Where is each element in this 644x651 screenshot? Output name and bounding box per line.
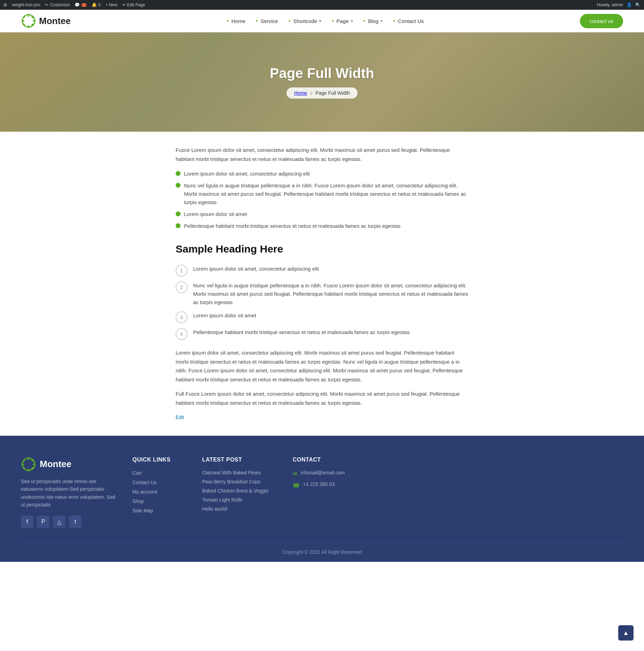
- site-name-link[interactable]: weight-loss-pro: [12, 2, 40, 7]
- bullet-dot-1: [176, 171, 181, 176]
- edit-page-link[interactable]: ✏ Edit Page: [122, 2, 145, 7]
- list-item: Nunc vel ligula in augue tristique pelle…: [176, 181, 468, 207]
- latest-post-5[interactable]: Hello world!: [202, 506, 279, 512]
- footer-description: Sed ut perspiciatis unde omnis iste natu…: [21, 478, 118, 509]
- instagram-icon[interactable]: △: [53, 516, 66, 528]
- section-heading: Sample Heading Here: [176, 240, 468, 258]
- wp-logo[interactable]: ⊞: [3, 2, 7, 7]
- footer-link-shop[interactable]: Shop: [132, 498, 144, 504]
- list-item: 4 Pellentesque habitant morbi tristique …: [176, 328, 468, 340]
- nav-shortcode[interactable]: Shortcode ▾: [284, 15, 325, 27]
- edit-link[interactable]: Edit: [176, 414, 184, 420]
- bullet-list: Lorem ipsum dolor sit amet, consectetur …: [176, 170, 468, 230]
- nav-home[interactable]: Home: [223, 15, 250, 27]
- footer-link-cart[interactable]: Cart: [132, 470, 141, 476]
- footer-link-account[interactable]: My account: [132, 489, 158, 495]
- svg-rect-11: [28, 468, 29, 471]
- list-item: 3 Lorem ipsum dolor sit amet: [176, 311, 468, 323]
- bullet-dot-4: [176, 223, 181, 228]
- contact-email: infomail@email.com: [301, 470, 345, 475]
- admin-bar-left: ⊞ weight-loss-pro ✏ Customize 💬 2 🔔 0 + …: [3, 2, 145, 7]
- latest-post-1[interactable]: Oatmeal With Baked Pears: [202, 470, 279, 475]
- body-paragraph-2: Full Fusce Lorem ipsum dolor sit amet, c…: [176, 389, 468, 407]
- list-item: 2 Nunc vel ligula in augue tristique pel…: [176, 281, 468, 307]
- nav-contact[interactable]: Contact Us: [389, 15, 428, 27]
- list-item: Pellentesque habitant morbi tristique se…: [176, 222, 468, 230]
- latest-post-3[interactable]: Baked Chicken Brest & Veggis: [202, 488, 279, 494]
- contact-title: CONTACT: [293, 457, 369, 463]
- svg-rect-1: [28, 14, 29, 17]
- search-icon[interactable]: 🔍: [635, 2, 641, 7]
- num-badge-4: 4: [176, 328, 187, 340]
- num-badge-2: 2: [176, 281, 187, 293]
- bullet-dot-2: [176, 183, 181, 188]
- twitter-icon[interactable]: t: [69, 516, 82, 528]
- num-badge-3: 3: [176, 311, 187, 323]
- facebook-icon[interactable]: f: [21, 516, 33, 528]
- contact-info-list: ✉ infomail@email.com ☎ +1 225 365 03: [293, 470, 369, 489]
- latest-post-4[interactable]: Tomato Light Rolls: [202, 497, 279, 503]
- footer-top: Montee Sed ut perspiciatis unde omnis is…: [21, 457, 623, 542]
- list-item: Lorem ipsum dolor sit amet, consectetur …: [176, 170, 468, 178]
- hero-content: Page Full Width Home » Page Full Width: [270, 65, 374, 99]
- contact-email-item: ✉ infomail@email.com: [293, 470, 369, 477]
- nav-blog[interactable]: Blog ▾: [359, 15, 387, 27]
- svg-rect-13: [33, 464, 36, 465]
- latest-post-title: LATEST POST: [202, 457, 279, 463]
- contact-cta-button[interactable]: contact us: [580, 14, 623, 28]
- contact-phone-item: ☎ +1 225 365 03: [293, 481, 369, 489]
- comments-link[interactable]: 💬 2: [75, 2, 87, 7]
- intro-paragraph: Fusce Lorem ipsum dolor sit amet, consec…: [176, 146, 468, 163]
- main-content: Fusce Lorem ipsum dolor sit amet, consec…: [155, 146, 489, 422]
- new-link[interactable]: + New: [106, 2, 117, 7]
- footer-contact-col: CONTACT ✉ infomail@email.com ☎ +1 225 36…: [293, 457, 369, 528]
- footer-about-col: Montee Sed ut perspiciatis unde omnis is…: [21, 457, 118, 528]
- updates-link[interactable]: 🔔 0: [92, 2, 101, 7]
- svg-rect-12: [22, 464, 24, 465]
- nav-page[interactable]: Page ▾: [328, 15, 357, 27]
- latest-post-list: Oatmeal With Baked Pears Pear-Berry Brea…: [202, 470, 279, 512]
- footer-logo-text: Montee: [40, 459, 71, 470]
- logo-icon: [21, 13, 36, 29]
- copyright-text: Copyright © 2022 All Right Reserved: [282, 549, 362, 555]
- footer-latest-post-col: LATEST POST Oatmeal With Baked Pears Pea…: [202, 457, 279, 528]
- footer-quick-links-col: QUICK LINKS Cart Contact Us My account S…: [132, 457, 188, 528]
- svg-rect-3: [22, 20, 24, 22]
- numbered-list: 1 Lorem ipsum dolor sit amet, consectetu…: [176, 265, 468, 340]
- site-logo[interactable]: Montee: [21, 13, 71, 29]
- phone-icon: ☎: [293, 482, 300, 489]
- contact-phone: +1 225 365 03: [303, 481, 335, 487]
- admin-bar: ⊞ weight-loss-pro ✏ Customize 💬 2 🔔 0 + …: [0, 0, 644, 10]
- footer-bottom: Copyright © 2022 All Right Reserved: [21, 542, 623, 562]
- svg-rect-4: [33, 20, 36, 22]
- list-item: 1 Lorem ipsum dolor sit amet, consectetu…: [176, 265, 468, 277]
- customize-link[interactable]: ✏ Customize: [45, 2, 70, 7]
- footer-link-contact[interactable]: Contact Us: [132, 480, 156, 485]
- nav-service[interactable]: Service: [252, 15, 282, 27]
- hero-section: Page Full Width Home » Page Full Width: [0, 32, 644, 132]
- breadcrumb-home[interactable]: Home: [294, 90, 307, 96]
- footer-logo-icon: [21, 457, 36, 472]
- howdy-text: Howdy, admin: [597, 2, 623, 7]
- num-badge-1: 1: [176, 265, 187, 277]
- breadcrumb: Home » Page Full Width: [286, 87, 358, 99]
- footer-logo: Montee: [21, 457, 118, 472]
- logo-text: Montee: [39, 16, 71, 26]
- social-icons: f P △ t: [21, 516, 118, 528]
- latest-post-2[interactable]: Pear-Berry Breakfast Crips: [202, 479, 279, 485]
- email-icon: ✉: [293, 471, 297, 477]
- pinterest-icon[interactable]: P: [37, 516, 49, 528]
- main-nav: Home Service Shortcode ▾ Page ▾ Blog ▾ C…: [223, 15, 428, 27]
- bullet-dot-3: [176, 211, 181, 216]
- breadcrumb-separator: »: [310, 90, 313, 96]
- site-footer: Montee Sed ut perspiciatis unde omnis is…: [0, 436, 644, 562]
- svg-rect-10: [28, 457, 29, 460]
- body-paragraph-1: Lorem ipsum dolor sit amet, consectetur …: [176, 348, 468, 384]
- hero-title: Page Full Width: [270, 65, 374, 81]
- avatar-icon: 👤: [627, 2, 632, 7]
- footer-link-sitemap[interactable]: Side Map: [132, 508, 153, 513]
- quick-links-list: Cart Contact Us My account Shop Side Map: [132, 470, 188, 513]
- list-item: Lorem ipsum dolor sit amet: [176, 210, 468, 218]
- svg-rect-2: [28, 25, 29, 28]
- site-header: Montee Home Service Shortcode ▾ Page ▾ B…: [0, 10, 644, 32]
